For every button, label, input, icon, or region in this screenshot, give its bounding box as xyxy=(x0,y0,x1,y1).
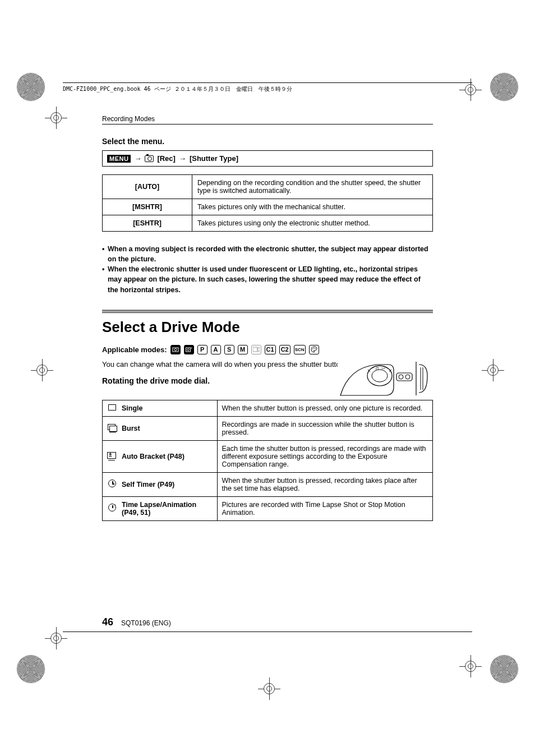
svg-point-11 xyxy=(372,370,388,382)
table-row: Self Timer (P49) When the shutter button… xyxy=(103,472,433,496)
svg-point-6 xyxy=(312,348,313,349)
drive-desc: When the shutter button is pressed, only… xyxy=(217,400,433,416)
table-row: › Time Lapse/Animation (P49, 51) Picture… xyxy=(103,496,433,520)
svg-point-16 xyxy=(405,375,410,379)
print-mark xyxy=(17,655,45,683)
svg-point-15 xyxy=(399,375,403,379)
drive-label: Single xyxy=(122,400,217,416)
svg-point-8 xyxy=(315,348,316,349)
page-footer: 46 SQT0196 (ENG) xyxy=(63,616,472,632)
drive-label: Burst xyxy=(122,416,217,440)
option-desc: Takes pictures only with the mechanical … xyxy=(192,199,433,215)
svg-rect-5 xyxy=(253,347,257,352)
drive-label: Self Timer (P49) xyxy=(122,472,217,496)
menu-badge: MENU xyxy=(107,155,131,163)
applicable-modes: Applicable modes: + P A S M C1 C2 SCN xyxy=(102,345,433,354)
self-timer-icon xyxy=(103,472,122,496)
menu-path: MENU → [Rec] → [Shutter Type] xyxy=(102,150,433,167)
svg-point-7 xyxy=(313,348,314,349)
svg-text:⏱: ⏱ xyxy=(375,367,379,371)
mode-icon-ia-plus: + xyxy=(184,345,194,354)
drive-desc: Each time the shutter button is pressed,… xyxy=(217,440,433,472)
mode-icon-scn: SCN xyxy=(294,345,306,354)
mode-icon-p: P xyxy=(197,345,207,354)
page-number: 46 xyxy=(102,616,113,628)
camera-icon xyxy=(145,155,154,162)
drive-desc: Pictures are recorded with Time Lapse Sh… xyxy=(217,496,433,520)
note-text: When the electronic shutter is used unde… xyxy=(108,264,433,294)
table-row: Auto Bracket (P48) Each time the shutter… xyxy=(103,440,433,472)
burst-icon xyxy=(103,416,122,440)
section-divider xyxy=(102,310,433,313)
shutter-type-table: [AUTO] Depending on the recording condit… xyxy=(102,174,433,232)
drive-desc: Recordings are made in succession while … xyxy=(217,416,433,440)
mode-icon-creative xyxy=(309,345,319,354)
print-mark xyxy=(17,73,45,101)
crop-target-icon xyxy=(482,359,504,381)
table-row: Burst Recordings are made in succession … xyxy=(103,416,433,440)
svg-point-3 xyxy=(187,349,189,351)
option-key: [ESHTR] xyxy=(103,215,192,232)
header-filepath: DMC-FZ1000_PPC_eng.book 46 ページ ２０１４年５月３０… xyxy=(63,82,472,93)
svg-text:+: + xyxy=(191,346,192,349)
table-row: [ESHTR] Takes pictures using only the el… xyxy=(103,215,433,232)
mode-icon-m: M xyxy=(238,345,248,354)
mode-icon-s: S xyxy=(224,345,234,354)
crop-target-icon xyxy=(31,359,53,381)
note-text: When a moving subject is recorded with t… xyxy=(108,244,433,264)
section-label: Recording Modes xyxy=(102,115,433,123)
option-key: [MSHTR] xyxy=(103,199,192,215)
svg-text:▭: ▭ xyxy=(381,366,385,370)
header-rule xyxy=(63,82,472,83)
notes-list: •When a moving subject is recorded with … xyxy=(102,244,433,295)
mode-icon-movie xyxy=(251,345,261,354)
list-item: •When the electronic shutter is used und… xyxy=(102,264,433,294)
applicable-label: Applicable modes: xyxy=(102,345,167,354)
mode-icon-c2: C2 xyxy=(279,345,290,354)
crop-target-icon xyxy=(459,655,482,677)
arrow-icon: → xyxy=(179,154,186,163)
drive-label: Time Lapse/Animation (P49, 51) xyxy=(122,496,217,520)
mode-icon-a: A xyxy=(211,345,221,354)
drive-dial-illustration: ⏱ ▭ xyxy=(338,356,433,401)
single-icon xyxy=(103,400,122,416)
table-row: [AUTO] Depending on the recording condit… xyxy=(103,175,433,199)
drive-mode-table: Single When the shutter button is presse… xyxy=(102,400,433,521)
arrow-icon: → xyxy=(134,154,141,163)
print-mark xyxy=(490,73,518,101)
list-item: •When a moving subject is recorded with … xyxy=(102,244,433,264)
doc-code: SQT0196 (ENG) xyxy=(121,619,171,627)
svg-rect-2 xyxy=(186,348,190,352)
mode-icon-ia xyxy=(170,345,181,354)
option-desc: Takes pictures using only the electronic… xyxy=(192,215,433,232)
mode-icon-c1: C1 xyxy=(265,345,276,354)
select-menu-heading: Select the menu. xyxy=(102,137,433,146)
crop-target-icon xyxy=(258,677,280,700)
bracket-icon xyxy=(103,440,122,472)
option-key: [AUTO] xyxy=(103,175,192,199)
drive-mode-heading: Select a Drive Mode xyxy=(102,319,433,336)
menu-shutter-type: [Shutter Type] xyxy=(190,154,238,163)
drive-label: Auto Bracket (P48) xyxy=(122,440,217,472)
print-mark xyxy=(490,655,518,683)
time-lapse-icon: › xyxy=(103,496,122,520)
section-underline xyxy=(102,124,433,125)
option-desc: Depending on the recording condition and… xyxy=(192,175,433,199)
table-row: Single When the shutter button is presse… xyxy=(103,400,433,416)
svg-point-1 xyxy=(174,349,177,351)
drive-desc: When the shutter button is pressed, reco… xyxy=(217,472,433,496)
menu-rec: [Rec] xyxy=(157,154,176,163)
table-row: [MSHTR] Takes pictures only with the mec… xyxy=(103,199,433,215)
